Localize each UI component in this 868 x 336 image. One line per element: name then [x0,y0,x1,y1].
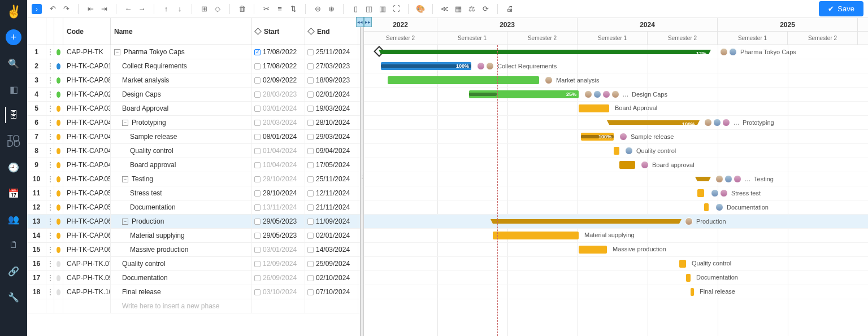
task-code[interactable]: CAP-PH-TK.07 [63,257,111,270]
start-date[interactable]: 02/09/2022 [252,73,305,87]
sort-icon[interactable]: ⇅ [288,4,298,14]
task-row[interactable]: 15⋮PH-TK-CAP.06.0Massive production03/01… [27,243,360,257]
start-checkbox[interactable] [254,204,261,211]
row-menu-icon[interactable]: ⋮ [46,59,54,73]
end-date[interactable]: 21/11/2024 [305,200,358,214]
task-row[interactable]: 16⋮CAP-PH-TK.07Quality control12/09/2024… [27,257,360,271]
gantt-bar[interactable] [493,232,579,239]
start-checkbox[interactable] [254,120,261,126]
task-code[interactable]: PH-TK-CAP.03 [63,102,111,115]
end-date[interactable]: 29/03/2024 [305,130,358,143]
end-date[interactable]: 25/09/2024 [305,257,358,270]
gantt-bar[interactable] [704,203,709,211]
row-menu-icon[interactable]: ⋮ [46,158,54,172]
grid-icon[interactable]: ▦ [453,4,463,14]
assignee-avatar[interactable] [711,189,719,197]
assignee-avatar[interactable] [593,90,601,98]
assignee-avatar[interactable] [729,48,737,56]
zoom-out-icon[interactable]: ⊖ [313,4,323,14]
task-row[interactable]: 12⋮PH-TK-CAP.05.0Documentation13/11/2024… [27,200,360,215]
task-name[interactable]: Quality control [111,257,252,270]
gantt-bar[interactable] [619,161,635,169]
start-checkbox[interactable] [254,247,261,253]
gantt-bar[interactable] [579,104,609,112]
start-date[interactable]: 08/01/2024 [252,130,305,143]
start-checkbox[interactable] [254,289,261,295]
assignee-avatar[interactable] [486,62,494,70]
end-date[interactable]: 02/01/2024 [305,88,358,101]
print-icon[interactable]: 🖨 [505,4,515,14]
gantt-bar[interactable] [614,147,619,155]
task-code[interactable]: PH-TK-CAP.06.0 [63,229,111,242]
gantt-bar[interactable] [679,260,686,268]
end-checkbox[interactable] [307,275,314,281]
task-name[interactable]: Market analysis [111,73,252,87]
gantt-row[interactable]: 100%Collect Requirements [364,59,868,73]
gantt-bar[interactable] [493,219,679,224]
assignee-avatar[interactable] [720,48,728,56]
undo-icon[interactable]: ↶ [47,4,58,14]
move-down-icon[interactable]: ↓ [175,4,185,14]
row-menu-icon[interactable]: ⋮ [46,271,54,285]
calendar-icon[interactable]: 📅 [6,185,21,201]
task-code[interactable]: CAP-PH-TK.09 [63,271,111,285]
gantt-row[interactable]: Material supplying [364,229,868,243]
gantt-row[interactable]: Documentation [364,200,868,215]
toolbar-expand-button[interactable]: › [32,4,42,14]
start-date[interactable]: 03/01/2024 [252,243,305,256]
task-name[interactable]: Documentation [111,271,252,285]
task-name[interactable]: Massive production [111,243,252,256]
task-name[interactable]: −Pharma Tokyo Caps [111,45,252,59]
end-date[interactable]: 02/10/2024 [305,271,358,285]
start-date[interactable]: ✓17/08/2022 [252,45,305,59]
row-menu-icon[interactable]: ⋮ [46,102,54,115]
task-code[interactable]: PH-TK-CAP.04.0 [63,158,111,172]
end-date[interactable]: 19/03/2024 [305,102,358,115]
search-icon[interactable]: 🔍 [6,55,21,71]
team-icon[interactable]: 👥 [6,211,21,227]
share-icon[interactable]: ≪ [440,4,450,14]
start-date[interactable]: 13/11/2024 [252,200,305,214]
end-date[interactable]: 12/11/2024 [305,186,358,200]
gantt-row[interactable]: Market analysis [364,73,868,88]
task-code[interactable]: PH-TK-CAP.05.0 [63,186,111,200]
row-menu-icon[interactable]: ⋮ [46,229,54,242]
task-row[interactable]: 17⋮CAP-PH-TK.09Documentation26/09/202402… [27,271,360,285]
end-checkbox[interactable] [307,63,314,69]
assignee-avatar[interactable] [584,90,592,98]
add-task-icon[interactable]: ⊞ [199,4,209,14]
expand-toggle[interactable]: − [122,120,128,126]
gantt-row[interactable]: Board Approval [364,102,868,116]
outdent-icon[interactable]: ← [123,4,133,14]
end-checkbox[interactable] [307,148,314,154]
move-up-icon[interactable]: ↑ [161,4,171,14]
end-date[interactable]: 09/04/2024 [305,144,358,158]
task-code[interactable]: PH-TK-CAP.06 [63,215,111,228]
task-name[interactable]: Final release [111,285,252,299]
assignee-avatar[interactable] [722,119,730,126]
task-row[interactable]: 14⋮PH-TK-CAP.06.0Material supplying29/05… [27,229,360,243]
row-menu-icon[interactable]: ⋮ [46,144,54,158]
gantt-row[interactable]: Stress test [364,186,868,200]
start-checkbox[interactable] [254,233,261,239]
task-row[interactable]: 3⋮PH-TK-CAP.08Market analysis02/09/20221… [27,73,360,88]
row-menu-icon[interactable]: ⋮ [46,257,54,270]
expand-toggle[interactable]: − [122,219,128,225]
start-date[interactable]: 03/01/2024 [252,102,305,115]
end-checkbox[interactable] [307,77,314,84]
fullscreen-icon[interactable]: ⛶ [391,4,401,14]
end-date[interactable]: 07/10/2024 [305,285,358,299]
add-button[interactable]: + [6,29,21,45]
end-date[interactable]: 11/09/2024 [305,215,358,228]
row-menu-icon[interactable]: ⋮ [46,215,54,228]
task-row[interactable]: 11⋮PH-TK-CAP.05.0Stress test29/10/202412… [27,186,360,200]
end-checkbox[interactable] [307,289,314,295]
row-menu-icon[interactable]: ⋮ [46,88,54,101]
end-checkbox[interactable] [307,91,314,98]
col-start-header[interactable]: Start [252,18,305,45]
end-checkbox[interactable] [307,219,314,225]
task-row[interactable]: 2⋮PH-TK-CAP.01Collect Requirements17/08/… [27,59,360,73]
task-row[interactable]: 13⋮PH-TK-CAP.06−Production29/05/202311/0… [27,215,360,229]
col-name-header[interactable]: Name [111,18,252,45]
task-code[interactable]: PH-TK-CAP.08 [63,73,111,87]
